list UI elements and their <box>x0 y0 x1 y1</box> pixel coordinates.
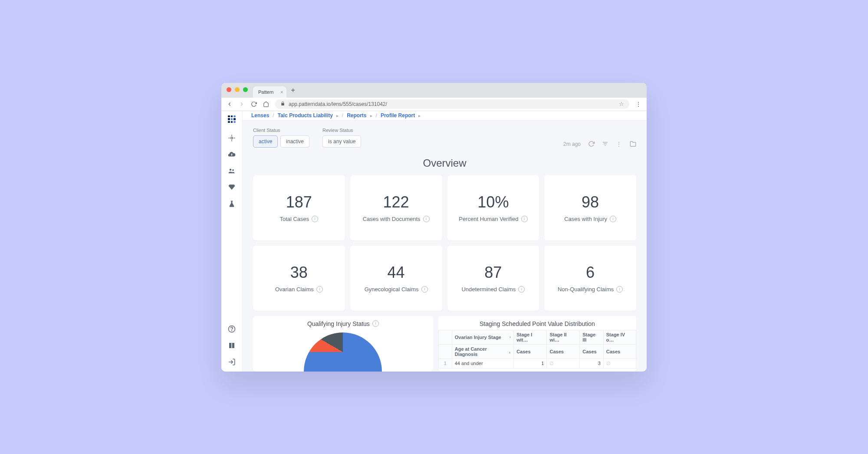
forward-icon[interactable] <box>239 101 245 107</box>
nav-docs-icon[interactable] <box>227 341 236 350</box>
more-icon[interactable]: ⋮ <box>615 141 622 148</box>
browser-menu-icon[interactable]: ⋮ <box>635 101 641 107</box>
info-icon[interactable]: i <box>312 216 318 222</box>
nav-flask-icon[interactable] <box>227 200 236 208</box>
last-updated: 2m ago <box>563 141 581 147</box>
table-row: Ovarian Injury Stage › Stage I wit… Stag… <box>438 330 636 344</box>
nav-diamond-icon[interactable] <box>227 183 236 192</box>
filter-client-status: Client Status active inactive <box>253 128 309 148</box>
page-title: Overview <box>243 157 647 169</box>
metric-label: Ovarian Claims <box>275 286 314 293</box>
metric-value: 44 <box>388 263 405 282</box>
app-logo[interactable] <box>228 115 236 123</box>
info-icon[interactable]: i <box>423 216 430 222</box>
bookmark-icon[interactable]: ☆ <box>619 101 624 107</box>
nav-help-icon[interactable] <box>227 325 236 333</box>
home-icon[interactable] <box>263 101 269 107</box>
crumb-project[interactable]: Talc Products Liability <box>278 112 333 118</box>
filter-label: Client Status <box>253 128 309 133</box>
metric-value: 10% <box>477 193 509 211</box>
new-tab-button[interactable]: + <box>291 86 295 96</box>
client-status-inactive[interactable]: inactive <box>280 135 309 148</box>
info-icon[interactable]: i <box>521 216 528 222</box>
table-row[interactable]: 1 44 and under 1 ∅ 3 ∅ <box>438 359 636 368</box>
chevron-right-icon[interactable]: ▸ <box>370 113 372 118</box>
browser-tab[interactable]: Pattern × <box>253 86 286 98</box>
info-icon[interactable]: i <box>421 286 428 293</box>
filter-icon[interactable] <box>602 141 608 148</box>
close-tab-icon[interactable]: × <box>280 89 283 95</box>
chevron-right-icon: › <box>510 335 511 339</box>
svg-point-0 <box>231 137 233 139</box>
metric-card: 44 Gynecological Claimsi <box>350 246 442 311</box>
info-icon[interactable]: i <box>616 286 623 293</box>
maximize-window-icon[interactable] <box>243 87 248 92</box>
crumb-section[interactable]: Reports <box>347 112 366 118</box>
tab-title: Pattern <box>258 89 273 95</box>
metric-value: 122 <box>383 193 409 211</box>
filter-label: Review Status <box>322 128 361 133</box>
col-stage-2[interactable]: Stage II wi… <box>547 330 580 344</box>
lock-icon <box>280 101 285 107</box>
info-icon[interactable]: i <box>610 216 616 222</box>
nav-explore-icon[interactable] <box>227 134 236 142</box>
nav-people-icon[interactable] <box>227 167 236 175</box>
browser-window: Pattern × + app.patterndata.io/lens/555/… <box>221 83 647 372</box>
table-row: Age at Cancer Diagnosis ˄ Cases Cases Ca… <box>438 344 636 359</box>
col-stage-3[interactable]: Stage III <box>580 330 604 344</box>
refresh-icon[interactable] <box>588 141 595 148</box>
metric-card: 187 Total Casesi <box>253 175 345 240</box>
chevron-right-icon[interactable]: ▸ <box>418 113 421 118</box>
reload-icon[interactable] <box>251 101 257 107</box>
review-status-button[interactable]: is any value <box>322 135 361 148</box>
metric-label: Percent Human Verified <box>459 216 518 222</box>
subheader: Cases <box>514 344 547 359</box>
close-window-icon[interactable] <box>227 87 231 92</box>
subheader: Cases <box>603 344 636 359</box>
subheader: Cases <box>580 344 604 359</box>
back-icon[interactable] <box>227 101 233 107</box>
minimize-window-icon[interactable] <box>235 87 240 92</box>
metric-value: 6 <box>586 263 595 282</box>
metric-value: 98 <box>582 193 599 211</box>
rowgroup-header[interactable]: Ovarian Injury Stage › <box>452 330 513 344</box>
folder-icon[interactable] <box>629 141 636 148</box>
metric-value: 187 <box>286 193 312 211</box>
qualifying-panel: Qualifying Injury Status i <box>253 316 433 372</box>
crumb-lenses[interactable]: Lenses <box>251 112 269 118</box>
metric-card: 87 Undetermined Claimsi <box>447 246 539 311</box>
bottom-panels: Qualifying Injury Status i Staging Sched… <box>243 311 647 372</box>
left-rail <box>221 111 243 372</box>
metric-label: Cases with Injury <box>564 216 607 222</box>
app-shell: Lenses / Talc Products Liability ▸ / Rep… <box>221 111 647 372</box>
breadcrumb: Lenses / Talc Products Liability ▸ / Rep… <box>243 111 647 121</box>
url-text: app.patterndata.io/lens/555/cases/131042… <box>289 101 387 107</box>
metric-card: 122 Cases with Documentsi <box>350 175 442 240</box>
info-icon[interactable]: i <box>316 286 323 293</box>
metric-label: Cases with Documents <box>363 216 421 222</box>
nav-upload-icon[interactable] <box>227 150 236 159</box>
panel-title-text: Staging Scheduled Point Value Distributi… <box>480 320 595 327</box>
rowgroup-subheader[interactable]: Age at Cancer Diagnosis ˄ <box>452 344 513 359</box>
cell: ∅ <box>547 359 580 368</box>
url-field[interactable]: app.patterndata.io/lens/555/cases/131042… <box>275 99 629 109</box>
client-status-active[interactable]: active <box>253 135 278 148</box>
window-controls <box>227 87 248 92</box>
staging-panel: Staging Scheduled Point Value Distributi… <box>438 316 636 372</box>
metric-cards: 187 Total Casesi 122 Cases with Document… <box>243 175 647 311</box>
col-stage-4[interactable]: Stage IV o… <box>603 330 636 344</box>
metric-label: Undetermined Claims <box>461 286 516 293</box>
col-stage-1[interactable]: Stage I wit… <box>514 330 547 344</box>
info-icon[interactable]: i <box>518 286 525 293</box>
metric-label: Gynecological Claims <box>365 286 419 293</box>
sort-icon: ˄ <box>509 352 511 356</box>
cell: 1 <box>514 359 547 368</box>
info-icon[interactable]: i <box>372 320 379 327</box>
nav-logout-icon[interactable] <box>227 358 236 366</box>
main-area: Lenses / Talc Products Liability ▸ / Rep… <box>243 111 647 372</box>
subheader: Cases <box>547 344 580 359</box>
svg-point-8 <box>232 330 232 331</box>
chevron-right-icon[interactable]: ▸ <box>336 113 339 118</box>
browser-addressbar: app.patterndata.io/lens/555/cases/131042… <box>221 98 647 111</box>
crumb-page[interactable]: Profile Report <box>381 112 415 118</box>
